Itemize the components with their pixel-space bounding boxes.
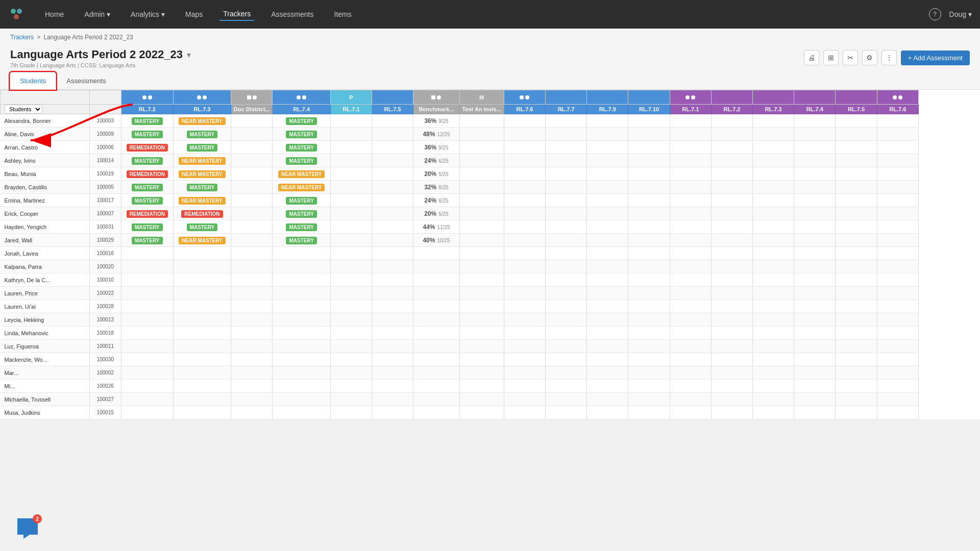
cell-rl71-teal xyxy=(330,393,372,406)
cell-test-invis xyxy=(459,234,504,247)
cell-p-rl73 xyxy=(753,340,794,353)
cell-rl75 xyxy=(372,141,413,154)
col-rl79[interactable]: RL.7.9 xyxy=(587,105,628,114)
cell-rl76 xyxy=(504,234,545,247)
student-name-cell[interactable]: Mi... xyxy=(1,380,90,393)
cell-p-rl73 xyxy=(753,181,794,194)
student-name-cell[interactable]: Lauren, Ui'ai xyxy=(1,300,90,313)
col-p-rl73[interactable]: RL.7.3 xyxy=(753,105,794,114)
cell-benchmark: 20%5/25 xyxy=(413,167,459,181)
student-name-cell[interactable]: Luz, Figueroa xyxy=(1,340,90,353)
student-name-cell[interactable]: Ashley, Ivins xyxy=(1,154,90,167)
cell-rl74 xyxy=(273,247,331,260)
cell-rl72: MASTERY xyxy=(121,181,173,194)
cell-test-invis xyxy=(459,220,504,234)
col-rl76[interactable]: RL.7.6 xyxy=(504,105,545,114)
nav-trackers[interactable]: Trackers xyxy=(219,8,255,21)
cell-p-rl76 xyxy=(877,300,918,313)
student-name-cell[interactable]: Jared, Wall xyxy=(1,234,90,247)
cell-p-rl75 xyxy=(836,247,877,260)
cell-rl74 xyxy=(273,340,331,353)
student-name-cell[interactable]: Musa, Judkins xyxy=(1,406,90,419)
cell-rl71-teal xyxy=(330,154,372,167)
cell-p-rl73 xyxy=(753,167,794,181)
col-rl73[interactable]: RL.7.3 xyxy=(173,105,231,114)
col-p-rl75[interactable]: RL.7.5 xyxy=(836,105,877,114)
students-sort-select[interactable]: Students xyxy=(5,105,42,114)
scissors-button[interactable]: ✂ xyxy=(843,50,858,65)
student-name-cell[interactable]: Linda, Mehanovic xyxy=(1,327,90,340)
cell-rl77 xyxy=(546,260,587,273)
cell-rl73 xyxy=(173,287,231,300)
nav-assessments[interactable]: Assessments xyxy=(267,8,317,20)
col-rl710[interactable]: RL.7.10 xyxy=(628,105,670,114)
more-button[interactable]: ⋮ xyxy=(881,50,897,65)
col-p-rl72[interactable]: RL.7.2 xyxy=(711,105,752,114)
cell-p-rl72 xyxy=(711,141,752,154)
student-id-cell: 100016 xyxy=(89,247,121,260)
col-rl72[interactable]: RL.7.2 xyxy=(121,105,173,114)
columns-button[interactable]: ⊞ xyxy=(823,50,839,65)
student-name-cell[interactable]: Mar... xyxy=(1,366,90,380)
help-button[interactable]: ? xyxy=(929,8,941,20)
cell-rl77 xyxy=(546,273,587,287)
col-p-rl74[interactable]: RL.7.4 xyxy=(794,105,836,114)
students-table-container[interactable]: P M Students xyxy=(0,90,980,419)
student-name-cell[interactable]: Kalpana, Parra xyxy=(1,260,90,273)
cell-p-rl73 xyxy=(753,353,794,366)
add-assessment-button[interactable]: + Add Assessment xyxy=(901,51,970,65)
cell-rl75 xyxy=(372,380,413,393)
student-name-cell[interactable]: Leycia, Hekking xyxy=(1,313,90,327)
student-name-cell[interactable]: Beau, Munia xyxy=(1,167,90,181)
col-rl77[interactable]: RL.7.7 xyxy=(546,105,587,114)
col-test-invis[interactable]: Test An Invis... xyxy=(459,105,504,114)
cell-rl72: REMEDIATION xyxy=(121,167,173,181)
col-doc[interactable]: Doc District... xyxy=(231,105,273,114)
student-name-cell[interactable]: Brayden, Castillo xyxy=(1,181,90,194)
nav-analytics[interactable]: Analytics ▾ xyxy=(127,8,169,20)
student-name-cell[interactable]: Lauren, Price xyxy=(1,287,90,300)
student-name-cell[interactable]: Jonah, Lavea xyxy=(1,247,90,260)
student-name-cell[interactable]: Alexandra, Bonner xyxy=(1,114,90,128)
student-name-cell[interactable]: Kathryn, De la C... xyxy=(1,273,90,287)
col-type-rl76-icon xyxy=(504,90,545,105)
col-rl74[interactable]: RL.7.4 xyxy=(273,105,331,114)
title-dropdown-icon[interactable]: ▾ xyxy=(187,50,191,60)
student-name-cell[interactable]: Michaella, Trussell xyxy=(1,393,90,406)
cell-p-rl76 xyxy=(877,353,918,366)
student-name-cell[interactable]: Aline, Davis xyxy=(1,128,90,141)
student-name-cell[interactable]: Arran, Castro xyxy=(1,141,90,154)
app-logo[interactable] xyxy=(8,6,24,22)
students-col-header[interactable]: Students xyxy=(1,105,90,114)
nav-maps[interactable]: Maps xyxy=(181,8,207,20)
student-name-cell[interactable]: Erick, Cooper xyxy=(1,207,90,220)
tab-assessments[interactable]: Assessments xyxy=(57,72,115,89)
col-rl71-teal[interactable]: RL.7.1 xyxy=(330,105,372,114)
cell-rl75 xyxy=(372,128,413,141)
col-p-rl76[interactable]: RL.7.6 xyxy=(877,105,918,114)
user-menu[interactable]: Doug ▾ xyxy=(949,10,972,18)
cell-p-rl74 xyxy=(794,128,836,141)
breadcrumb-root[interactable]: Trackers xyxy=(10,34,34,41)
page-header-left: Language Arts Period 2 2022_23 ▾ 7th Gra… xyxy=(10,48,191,68)
student-name-cell[interactable]: Hayden, Yengich xyxy=(1,220,90,234)
col-benchmark[interactable]: Benchmark... xyxy=(413,105,459,114)
svg-point-2 xyxy=(14,14,19,19)
cell-p-rl72 xyxy=(711,114,752,128)
cell-rl72 xyxy=(121,273,173,287)
student-name-cell[interactable]: Emina, Martinez xyxy=(1,194,90,207)
col-p-rl71[interactable]: RL.7.1 xyxy=(670,105,711,114)
cell-rl73: MASTERY xyxy=(173,181,231,194)
nav-items[interactable]: Items xyxy=(330,8,356,20)
nav-home[interactable]: Home xyxy=(41,8,68,20)
cell-rl76 xyxy=(504,128,545,141)
settings-button[interactable]: ⚙ xyxy=(862,50,877,65)
table-row: Beau, Munia100019REMEDIATIONNEAR MASTERY… xyxy=(1,167,919,181)
cell-p-rl75 xyxy=(836,393,877,406)
student-name-cell[interactable]: Mackenzie, Wo... xyxy=(1,353,90,366)
tab-students[interactable]: Students xyxy=(10,72,56,89)
cell-rl74 xyxy=(273,393,331,406)
nav-admin[interactable]: Admin ▾ xyxy=(80,8,114,20)
col-rl75[interactable]: RL.7.5 xyxy=(372,105,413,114)
print-button[interactable]: 🖨 xyxy=(804,50,819,65)
